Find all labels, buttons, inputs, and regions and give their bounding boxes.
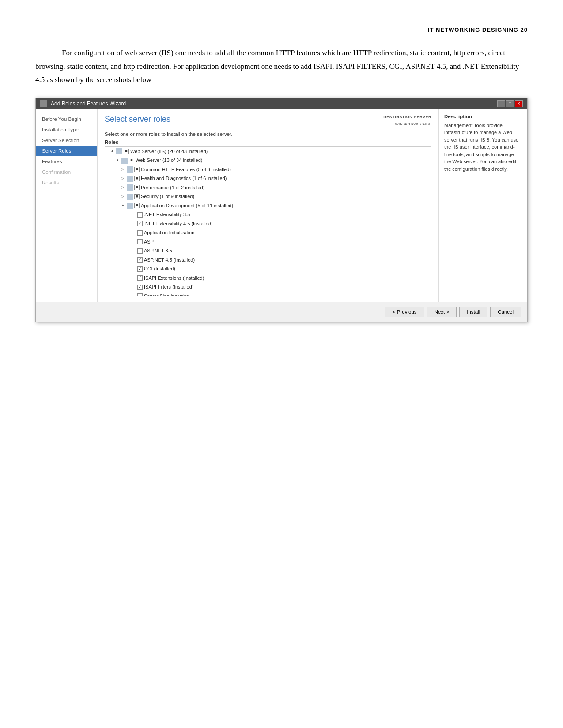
role-icon — [116, 148, 122, 154]
cancel-button[interactable]: Cancel — [490, 307, 521, 317]
list-item[interactable]: ▷ ■ Performance (1 of 2 installed) — [105, 183, 431, 192]
list-item[interactable]: ▷ ■ Health and Diagnostics (1 of 6 insta… — [105, 174, 431, 183]
dialog-body: Before You Begin Installation Type Serve… — [36, 109, 527, 302]
expand-icon: ▷ — [121, 184, 125, 191]
list-item[interactable]: ✓ .NET Extensibility 4.5 (Installed) — [105, 219, 431, 229]
role-checkbox[interactable]: ✓ — [137, 275, 143, 281]
instruction-text: Select one or more roles to install on t… — [105, 131, 431, 137]
dialog-sidebar: Before You Begin Installation Type Serve… — [36, 109, 98, 302]
role-checkbox[interactable]: ■ — [134, 185, 140, 190]
dialog-title: Add Roles and Features Wizard — [51, 101, 126, 107]
install-button[interactable]: Install — [459, 307, 487, 317]
description-panel: Description Management Tools provide inf… — [439, 109, 527, 302]
role-icon — [127, 194, 133, 200]
role-label: Web Server (13 of 34 installed) — [136, 157, 202, 164]
role-checkbox[interactable] — [137, 212, 143, 218]
next-button[interactable]: Next > — [427, 307, 457, 317]
role-checkbox[interactable]: ■ — [129, 158, 134, 163]
dialog-titlebar: Add Roles and Features Wizard — □ × — [36, 98, 527, 109]
role-checkbox[interactable]: ■ — [134, 203, 140, 208]
role-label: Server Side Includes — [144, 293, 189, 296]
role-checkbox[interactable]: ✓ — [137, 257, 143, 263]
close-button[interactable]: × — [515, 100, 523, 107]
list-item[interactable]: ✓ ASP.NET 4.5 (Installed) — [105, 255, 431, 265]
expand-icon: ▲ — [121, 203, 125, 209]
list-item[interactable]: ASP — [105, 237, 431, 247]
sidebar-item-features[interactable]: Features — [36, 156, 97, 167]
role-label: Web Server (IIS) (20 of 43 installed) — [130, 148, 208, 155]
role-label: CGI (Installed) — [144, 265, 175, 273]
role-label: ISAPI Extensions (Installed) — [144, 274, 204, 282]
expand-icon: ▲ — [110, 148, 115, 154]
list-item[interactable]: ✓ ISAPI Filters (Installed) — [105, 282, 431, 292]
role-icon — [121, 158, 128, 164]
page-header: IT NETWORKING DESIGNING 20 — [35, 26, 528, 33]
list-item[interactable]: Application Initialization — [105, 228, 431, 237]
destination-server-info: DESTINATION SERVER WIN-431RVKRSJSE — [383, 115, 431, 129]
role-label: Security (1 of 9 installed) — [141, 193, 194, 200]
list-item[interactable]: ▲ ■ Web Server (IIS) (20 of 43 installed… — [105, 147, 431, 156]
dialog-main: Select server roles DESTINATION SERVER W… — [98, 109, 439, 302]
role-label: ASP.NET 3.5 — [144, 247, 172, 255]
role-label: Application Development (5 of 11 install… — [141, 202, 233, 210]
minimize-button[interactable]: — — [497, 100, 505, 107]
list-item[interactable]: .NET Extensibility 3.5 — [105, 210, 431, 219]
role-icon — [127, 176, 133, 182]
role-checkbox[interactable]: ■ — [134, 194, 140, 199]
description-text: Management Tools provide infrastructure … — [444, 122, 522, 173]
expand-icon: ▲ — [116, 158, 120, 164]
dialog-footer: < Previous Next > Install Cancel — [36, 302, 527, 322]
role-icon — [127, 203, 133, 209]
role-checkbox[interactable]: ■ — [134, 176, 140, 181]
role-label: .NET Extensibility 3.5 — [144, 211, 190, 218]
role-checkbox[interactable]: ■ — [124, 149, 129, 154]
roles-list[interactable]: ▲ ■ Web Server (IIS) (20 of 43 installed… — [105, 146, 431, 296]
sidebar-item-server-roles[interactable]: Server Roles — [36, 146, 97, 156]
role-label: Performance (1 of 2 installed) — [141, 184, 204, 191]
role-checkbox[interactable]: ✓ — [137, 221, 143, 226]
sidebar-item-confirmation: Confirmation — [36, 167, 97, 177]
list-item[interactable]: ▲ ■ Application Development (5 of 11 ins… — [105, 201, 431, 210]
maximize-button[interactable]: □ — [506, 100, 514, 107]
role-icon — [127, 184, 133, 191]
role-checkbox[interactable] — [137, 239, 143, 244]
titlebar-controls: — □ × — [497, 100, 523, 107]
dialog-main-title: Select server roles — [105, 115, 170, 124]
role-label: ISAPI Filters (Installed) — [144, 283, 193, 291]
role-label: .NET Extensibility 4.5 (Installed) — [144, 220, 213, 228]
list-item[interactable]: ▲ ■ Web Server (13 of 34 installed) — [105, 156, 431, 165]
role-label: ASP — [144, 238, 154, 246]
sidebar-item-results: Results — [36, 177, 97, 188]
list-item[interactable]: ▷ ■ Security (1 of 9 installed) — [105, 192, 431, 201]
roles-header: Roles — [105, 139, 431, 145]
role-checkbox[interactable] — [137, 293, 143, 296]
role-checkbox[interactable]: ■ — [134, 167, 140, 172]
list-item[interactable]: Server Side Includes — [105, 292, 431, 296]
body-paragraph: For configuration of web server (IIS) on… — [35, 46, 528, 87]
expand-icon: ▷ — [121, 176, 125, 182]
list-item[interactable]: ✓ ISAPI Extensions (Installed) — [105, 274, 431, 283]
previous-button[interactable]: < Previous — [385, 307, 424, 317]
role-icon — [127, 166, 133, 173]
expand-icon: ▷ — [121, 194, 125, 200]
list-item[interactable]: ▷ ■ Common HTTP Features (5 of 6 install… — [105, 165, 431, 174]
role-label: Common HTTP Features (5 of 6 installed) — [141, 166, 231, 173]
role-checkbox[interactable] — [137, 248, 143, 254]
add-roles-dialog: Add Roles and Features Wizard — □ × Befo… — [35, 98, 528, 322]
dialog-header-row: Select server roles DESTINATION SERVER W… — [105, 115, 431, 129]
role-checkbox[interactable]: ✓ — [137, 285, 143, 290]
dialog-icon — [40, 100, 47, 107]
list-item[interactable]: ✓ CGI (Installed) — [105, 264, 431, 274]
sidebar-item-installation-type[interactable]: Installation Type — [36, 124, 97, 135]
sidebar-item-server-selection[interactable]: Server Selection — [36, 135, 97, 146]
sidebar-item-before-you-begin[interactable]: Before You Begin — [36, 114, 97, 124]
expand-icon: ▷ — [121, 166, 125, 173]
titlebar-left: Add Roles and Features Wizard — [40, 100, 126, 107]
role-checkbox[interactable] — [137, 230, 143, 236]
role-checkbox[interactable]: ✓ — [137, 266, 143, 272]
description-header: Description — [444, 114, 522, 119]
list-item[interactable]: ASP.NET 3.5 — [105, 246, 431, 255]
role-label: Health and Diagnostics (1 of 6 installed… — [141, 175, 227, 182]
role-label: Application Initialization — [144, 229, 194, 236]
role-label: ASP.NET 4.5 (Installed) — [144, 256, 195, 264]
